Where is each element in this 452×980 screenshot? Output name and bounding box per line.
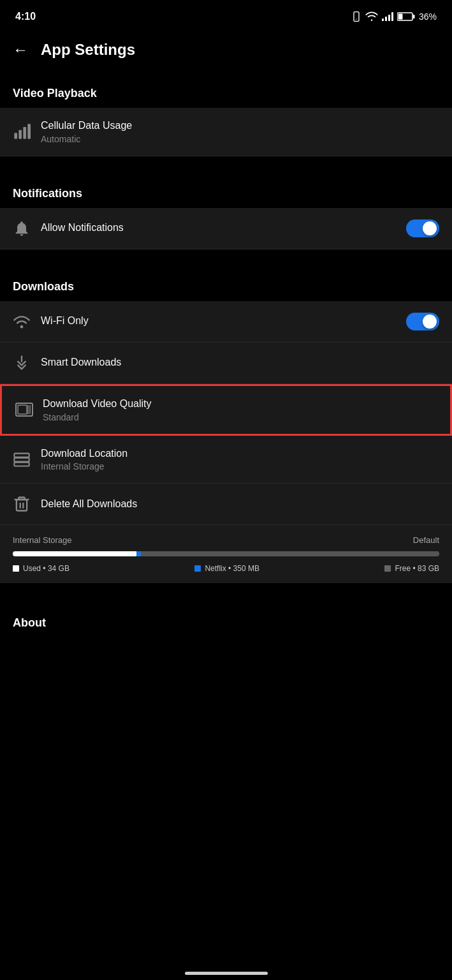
- download-location-item[interactable]: Download Location Internal Storage: [0, 436, 452, 484]
- smart-download-icon: [13, 354, 41, 372]
- cellular-data-title: Cellular Data Usage: [41, 119, 439, 133]
- svg-rect-8: [27, 124, 31, 139]
- wifi-status-icon: [365, 11, 378, 22]
- svg-rect-4: [398, 14, 402, 20]
- storage-section: Internal Storage Default Used • 34 GB Ne…: [0, 525, 452, 583]
- svg-rect-3: [412, 15, 414, 19]
- battery-icon: [397, 11, 415, 22]
- gap-1: [0, 156, 452, 172]
- svg-rect-14: [14, 454, 29, 457]
- smart-downloads-content: Smart Downloads: [41, 356, 439, 369]
- storage-bar: [13, 551, 439, 556]
- wifi-only-toggle-wrapper: [406, 313, 439, 330]
- legend-netflix-label: Netflix • 350 MB: [205, 564, 259, 573]
- svg-rect-17: [17, 500, 27, 511]
- about-section: About: [0, 598, 452, 640]
- wifi-only-title: Wi-Fi Only: [41, 315, 406, 328]
- storage-right-label: Default: [413, 535, 439, 545]
- storage-layers-icon: [13, 450, 41, 468]
- notifications-label: Notifications: [13, 187, 82, 200]
- download-video-quality-item[interactable]: Download Video Quality Standard: [0, 384, 452, 436]
- video-playback-section-header: Video Playback: [0, 71, 452, 108]
- storage-left-label: Internal Storage: [13, 535, 72, 545]
- page-title: App Settings: [41, 41, 135, 59]
- status-icons: 36%: [351, 11, 437, 22]
- download-location-title: Download Location: [41, 447, 439, 461]
- video-playback-label: Video Playback: [13, 87, 97, 100]
- legend-used-dot: [13, 565, 19, 572]
- notifications-section-header: Notifications: [0, 172, 452, 208]
- wifi-only-item[interactable]: Wi-Fi Only: [0, 301, 452, 343]
- svg-rect-11: [18, 405, 27, 414]
- download-video-quality-subtitle: Standard: [43, 412, 437, 422]
- legend-netflix: Netflix • 350 MB: [194, 564, 259, 573]
- delete-all-downloads-title: Delete All Downloads: [41, 498, 439, 511]
- downloads-section-header: Downloads: [0, 265, 452, 301]
- downloads-label: Downloads: [13, 280, 74, 293]
- allow-notifications-item[interactable]: Allow Notifications: [0, 208, 452, 249]
- svg-rect-7: [23, 127, 26, 139]
- legend-netflix-dot: [194, 565, 201, 572]
- cellular-data-content: Cellular Data Usage Automatic: [41, 119, 439, 144]
- storage-free-bar: [141, 551, 439, 556]
- cellular-data-subtitle: Automatic: [41, 134, 439, 144]
- legend-free-label: Free • 83 GB: [395, 564, 439, 573]
- allow-notifications-content: Allow Notifications: [41, 221, 406, 235]
- allow-notifications-toggle[interactable]: [406, 219, 439, 237]
- smart-downloads-item[interactable]: Smart Downloads: [0, 343, 452, 384]
- storage-labels: Internal Storage Default: [13, 535, 439, 545]
- header: ← App Settings: [0, 31, 452, 71]
- download-location-content: Download Location Internal Storage: [41, 447, 439, 472]
- gap-3: [0, 583, 452, 598]
- legend-used-label: Used • 34 GB: [23, 564, 69, 573]
- legend-free: Free • 83 GB: [384, 564, 439, 573]
- signal-bars-icon: [382, 12, 393, 21]
- delete-all-downloads-content: Delete All Downloads: [41, 498, 439, 511]
- phone-icon: [351, 11, 361, 22]
- svg-rect-0: [354, 12, 359, 22]
- download-location-subtitle: Internal Storage: [41, 461, 439, 471]
- signal-icon: [13, 122, 41, 140]
- svg-rect-6: [18, 130, 22, 139]
- storage-legend: Used • 34 GB Netflix • 350 MB Free • 83 …: [13, 564, 439, 573]
- allow-notifications-toggle-wrapper: [406, 219, 439, 237]
- wifi-icon: [13, 313, 41, 330]
- bell-icon: [13, 219, 41, 237]
- svg-rect-16: [14, 463, 29, 466]
- storage-netflix-bar: [136, 551, 141, 556]
- delete-all-downloads-item[interactable]: Delete All Downloads: [0, 484, 452, 525]
- legend-free-dot: [384, 565, 391, 572]
- status-time: 4:10: [15, 11, 36, 22]
- legend-used: Used • 34 GB: [13, 564, 69, 573]
- smart-downloads-title: Smart Downloads: [41, 356, 439, 369]
- storage-used-bar: [13, 551, 136, 556]
- gap-2: [0, 249, 452, 265]
- wifi-only-toggle[interactable]: [406, 313, 439, 330]
- back-button[interactable]: ←: [13, 41, 28, 59]
- svg-point-9: [20, 325, 24, 329]
- download-video-quality-content: Download Video Quality Standard: [43, 397, 437, 422]
- allow-notifications-title: Allow Notifications: [41, 221, 406, 235]
- home-indicator: [185, 972, 268, 975]
- cellular-data-usage-item[interactable]: Cellular Data Usage Automatic: [0, 108, 452, 156]
- wifi-only-content: Wi-Fi Only: [41, 315, 406, 328]
- about-label: About: [13, 616, 46, 629]
- video-quality-icon: [15, 400, 43, 419]
- status-bar: 4:10 36%: [0, 0, 452, 31]
- svg-rect-15: [14, 458, 29, 462]
- battery-percent: 36%: [419, 11, 437, 22]
- download-video-quality-title: Download Video Quality: [43, 397, 437, 411]
- svg-rect-5: [14, 133, 17, 139]
- trash-icon: [13, 495, 41, 513]
